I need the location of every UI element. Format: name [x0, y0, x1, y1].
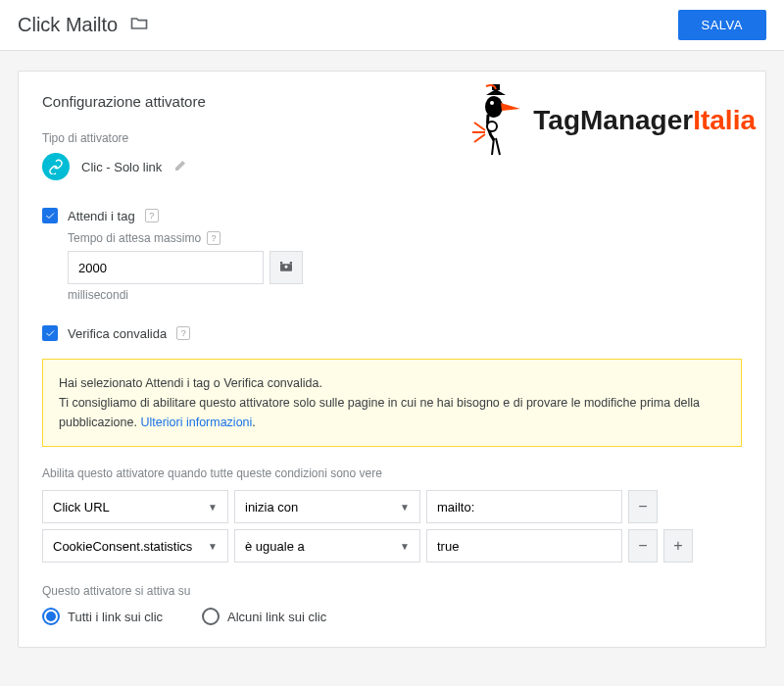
page-body: TagManagerItalia Configurazione attivato… [0, 51, 784, 667]
condition-operator-select[interactable]: è uguale a▼ [234, 529, 420, 563]
fires-some-option[interactable]: Alcuni link sui clic [202, 608, 326, 625]
variable-picker-button[interactable] [270, 251, 303, 284]
remove-condition-button[interactable]: − [628, 490, 658, 523]
svg-rect-5 [280, 262, 282, 264]
checkbox-checked-icon [42, 325, 58, 341]
condition-row: Click URL▼ inizia con▼ − [42, 490, 742, 523]
unit-label: millisecondi [68, 288, 742, 302]
fires-on-options: Tutti i link sui clic Alcuni link sui cl… [42, 608, 742, 625]
save-button[interactable]: SALVA [678, 10, 766, 40]
radio-unselected-icon [202, 608, 220, 625]
trigger-type-name: Clic - Solo link [81, 160, 162, 174]
chevron-down-icon: ▼ [400, 541, 410, 552]
chevron-down-icon: ▼ [400, 502, 410, 513]
folder-icon[interactable] [129, 14, 149, 37]
max-wait-input[interactable] [68, 251, 264, 284]
validate-label: Verifica convalida [68, 326, 167, 341]
wait-tags-label: Attendi i tag [68, 209, 135, 223]
help-icon[interactable]: ? [145, 209, 159, 222]
fires-on-label: Questo attivatore si attiva su [42, 584, 742, 598]
condition-value-input[interactable] [426, 529, 622, 563]
conditions-label: Abilita questo attivatore quando tutte q… [42, 466, 742, 480]
chevron-down-icon: ▼ [208, 502, 218, 513]
link-icon [42, 153, 70, 180]
section-title: Configurazione attivatore [42, 93, 742, 110]
svg-rect-8 [285, 266, 287, 269]
config-card: TagManagerItalia Configurazione attivato… [18, 71, 766, 648]
add-condition-button[interactable]: + [663, 529, 693, 563]
top-bar-left: Click Mailto [18, 14, 149, 37]
top-bar: Click Mailto SALVA [0, 0, 784, 51]
condition-value-input[interactable] [426, 490, 622, 523]
condition-variable-select[interactable]: Click URL▼ [42, 490, 228, 523]
max-wait-label: Tempo di attesa massimo ? [68, 231, 742, 245]
max-wait-input-row [68, 251, 742, 284]
trigger-type-row: Clic - Solo link [42, 153, 742, 180]
notice-link[interactable]: Ulteriori informazioni [140, 416, 252, 429]
help-icon[interactable]: ? [207, 231, 220, 245]
condition-row: CookieConsent.statistics▼ è uguale a▼ − … [42, 529, 742, 563]
type-label: Tipo di attivatore [42, 131, 742, 145]
validate-checkbox-row[interactable]: Verifica convalida ? [42, 325, 742, 341]
svg-point-3 [487, 122, 497, 131]
radio-selected-icon [42, 608, 60, 625]
wait-tags-checkbox-row[interactable]: Attendi i tag ? [42, 208, 742, 223]
condition-operator-select[interactable]: inizia con▼ [234, 490, 420, 523]
page-title: Click Mailto [18, 14, 118, 36]
svg-rect-6 [290, 262, 292, 264]
help-icon[interactable]: ? [176, 326, 190, 340]
remove-condition-button[interactable]: − [628, 529, 658, 563]
svg-rect-0 [492, 84, 500, 90]
condition-variable-select[interactable]: CookieConsent.statistics▼ [42, 529, 228, 563]
wait-time-block: Tempo di attesa massimo ? millisecondi [68, 231, 742, 302]
notice-bold: Hai selezionato Attendi i tag o Verifica… [59, 376, 322, 390]
pencil-icon[interactable] [173, 157, 189, 176]
chevron-down-icon: ▼ [208, 541, 218, 552]
notice-box: Hai selezionato Attendi i tag o Verifica… [42, 359, 742, 447]
fires-all-option[interactable]: Tutti i link sui clic [42, 608, 163, 625]
checkbox-checked-icon [42, 208, 58, 223]
